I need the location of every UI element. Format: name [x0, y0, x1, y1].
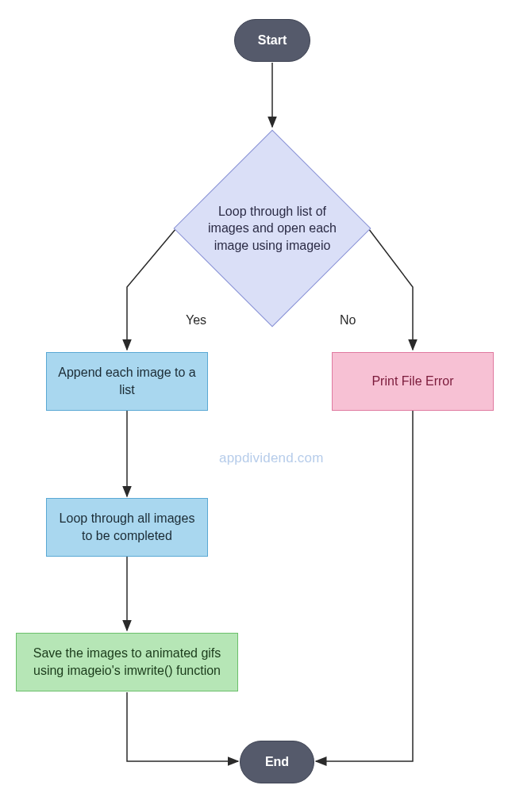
watermark-text: appdividend.com [219, 450, 324, 466]
error-node: Print File Error [332, 352, 494, 411]
loop-node: Loop through all images to be completed [46, 498, 208, 557]
decision-node: Loop through list of images and open eac… [173, 129, 371, 327]
edge-no-label: No [340, 313, 356, 327]
edge-yes-label: Yes [186, 313, 206, 327]
loop-text: Loop through all images to be completed [56, 510, 198, 544]
append-node: Append each image to a list [46, 352, 208, 411]
start-label: Start [258, 32, 287, 49]
decision-text: Loop through list of images and open eac… [173, 129, 371, 327]
end-node: End [240, 741, 314, 783]
end-label: End [265, 753, 289, 771]
append-text: Append each image to a list [56, 364, 198, 398]
error-text: Print File Error [371, 373, 453, 390]
save-text: Save the images to animated gifs using i… [28, 645, 226, 679]
start-node: Start [234, 19, 310, 62]
save-node: Save the images to animated gifs using i… [16, 633, 238, 691]
